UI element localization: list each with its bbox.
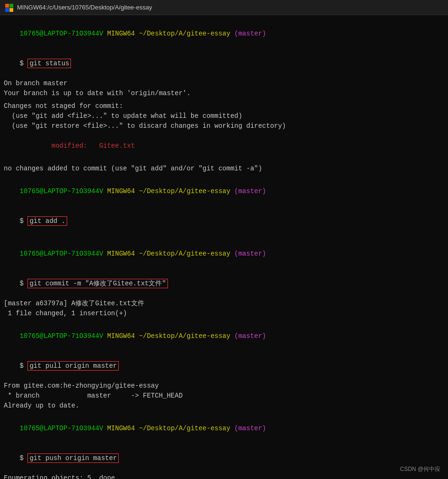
prompt-line-2: 10765@LAPTOP-71O3944V MINGW64 ~/Desktop/… [4,177,444,206]
cmd-line-2: $ git add . [4,206,444,236]
output-1-5: (use "git add <file>..." to update what … [4,111,444,121]
output-1-6: (use "git restore <file>..." to discard … [4,121,444,131]
prompt-line-5: 10765@LAPTOP-71O3944V MINGW64 ~/Desktop/… [4,414,444,444]
git-add-cmd: git add . [27,216,67,226]
git-push-cmd: git push origin master [27,453,119,463]
output-1-4: Changes not staged for commit: [4,101,444,111]
output-1-1: On branch master [4,79,444,89]
prompt-line-1: 10765@LAPTOP-71O3944V MINGW64 ~/Desktop/… [4,19,444,49]
svg-rect-1 [9,4,13,8]
csdn-watermark: CSDN @何中应 [400,465,440,473]
output-1-9: no changes added to commit (use "git add… [4,164,444,174]
output-3-2: 1 file changed, 1 insertion(+) [4,309,444,319]
output-5-1: Enumerating objects: 5, done. [4,473,444,479]
git-commit-cmd: git commit -m "A修改了Gitee.txt文件" [27,279,167,288]
mingw-icon [5,3,13,12]
svg-rect-2 [5,8,9,12]
output-4-3: Already up to date. [4,401,444,411]
output-1-7: modified: Gitee.txt [4,131,444,161]
git-status-cmd: git status [27,59,71,68]
prompt-line-3: 10765@LAPTOP-71O3944V MINGW64 ~/Desktop/… [4,239,444,269]
svg-rect-3 [9,8,13,12]
svg-rect-0 [5,4,9,8]
cmd-line-3: $ git commit -m "A修改了Gitee.txt文件" [4,269,444,299]
prompt-line-4: 10765@LAPTOP-71O3944V MINGW64 ~/Desktop/… [4,321,444,351]
title-bar: MINGW64:/c/Users/10765/Desktop/A/gitee-e… [0,0,448,15]
cmd-line-5: $ git push origin master [4,444,444,473]
cmd-line-1: $ git status [4,49,444,79]
title-bar-text: MINGW64:/c/Users/10765/Desktop/A/gitee-e… [17,4,152,11]
output-3-1: [master a63797a] A修改了Gitee.txt文件 [4,299,444,309]
git-pull-cmd: git pull origin master [27,361,119,371]
terminal: 10765@LAPTOP-71O3944V MINGW64 ~/Desktop/… [0,15,448,479]
output-4-1: From gitee.com:he-zhongying/gitee-essay [4,381,444,391]
output-4-2: * branch master -> FETCH_HEAD [4,391,444,401]
output-1-2: Your branch is up to date with 'origin/m… [4,89,444,98]
cmd-line-4: $ git pull origin master [4,351,444,381]
